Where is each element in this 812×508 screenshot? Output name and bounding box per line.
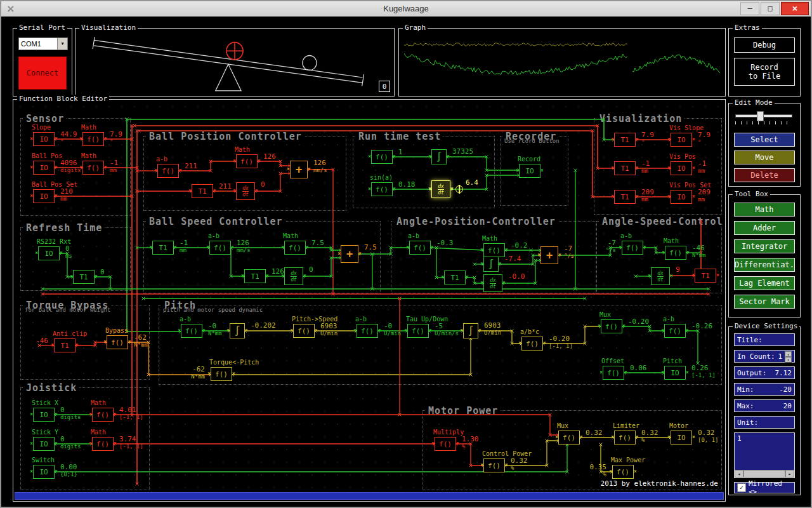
maximize-button[interactable]: □ — [761, 2, 780, 15]
tool-lag-element[interactable]: Lag Element — [734, 276, 795, 290]
editor-scrollbar-horizontal[interactable] — [15, 492, 724, 500]
block-diff[interactable]: dxdt0 — [284, 267, 303, 285]
block-body-t1[interactable]: T1 — [244, 269, 266, 283]
tool-math[interactable]: Math — [734, 203, 795, 217]
unit-field[interactable]: Unit: — [734, 416, 795, 429]
block-body-fn[interactable]: f() — [181, 324, 202, 338]
max-field[interactable]: Max: 20 — [734, 399, 795, 412]
block-body-fn[interactable]: f() — [409, 241, 431, 255]
block-add[interactable]: +-7°/s — [540, 246, 558, 264]
block-body-io[interactable]: IO — [33, 132, 55, 146]
block-integ[interactable]: ∫-0.202 — [230, 323, 245, 338]
block-stick-y[interactable]: IOStick Y0digits — [33, 437, 55, 451]
block-body-io[interactable]: IO — [671, 133, 692, 147]
block-body-io[interactable]: IO — [33, 189, 55, 203]
tool-sector-mark[interactable]: Sector Mark — [734, 295, 795, 309]
block-body-t1[interactable]: T1 — [614, 161, 636, 175]
block-rs232-rxt[interactable]: IORS232 Rxt0ms — [38, 246, 60, 260]
block-t1[interactable]: T1126 — [244, 269, 266, 283]
delete-button[interactable]: Delete — [734, 168, 795, 182]
block-body-diff[interactable]: dxdt — [431, 180, 450, 198]
block-integ[interactable]: ∫-7.4 — [483, 257, 499, 272]
block-body-fn[interactable]: f() — [603, 366, 624, 380]
block-diff[interactable]: dxdt9 — [651, 267, 670, 285]
close-button[interactable]: × — [781, 2, 809, 15]
block-body-fn[interactable]: f() — [558, 431, 580, 444]
block-max-power[interactable]: f()Max Power0.35% — [612, 465, 634, 479]
block-body-t1[interactable]: T1 — [54, 338, 75, 352]
device-list[interactable]: 1 ◂ ▸ — [734, 432, 795, 478]
block-body-fn[interactable]: f() — [92, 437, 114, 451]
block-body-t1[interactable]: T1 — [444, 271, 466, 284]
block-motor[interactable]: IOMotor0.32[0, 1] — [671, 431, 692, 444]
block-math[interactable]: f()Math4.01[-1, 1] — [92, 408, 114, 422]
block-body-fn[interactable]: f() — [92, 408, 114, 422]
block-body-fn[interactable]: f() — [622, 241, 643, 255]
block-bypass[interactable]: f()Bypass-62N*mm — [107, 335, 128, 349]
block-body-fn[interactable]: f() — [483, 243, 505, 257]
block-tau-up-down[interactable]: f()Tau Up/Down-5U/min/s — [407, 324, 429, 338]
record-to-file-button[interactable]: Record to File — [734, 58, 795, 86]
block-a-b[interactable]: f()a-b-0.3 — [409, 241, 431, 255]
block-body-fn[interactable]: f() — [82, 161, 104, 175]
in-count-spinner[interactable]: ▴ ▾ — [785, 351, 792, 361]
block-math[interactable]: f()Math-0.2 — [483, 243, 505, 257]
block-diff[interactable]: dxdt-0.0 — [483, 274, 502, 292]
block-a-b-c[interactable]: f()a/b*c-0.20[-1, 1] — [521, 337, 543, 351]
block-anti-clip[interactable]: T1Anti clip-46 — [54, 338, 75, 352]
block-body-fn[interactable]: f() — [357, 324, 378, 338]
block-body-fn[interactable]: f() — [612, 465, 634, 479]
spinner-down-icon[interactable]: ▾ — [785, 357, 792, 363]
block-math[interactable]: f()Math7.5 — [284, 241, 306, 255]
editor-canvas[interactable]: 2013 by elektronik-hannes.de SensorBall … — [14, 100, 724, 491]
block-math[interactable]: f()Math-46N*mm — [665, 246, 686, 260]
scroll-right-icon[interactable]: ▸ — [785, 470, 794, 478]
block-t1[interactable]: T1-1mm — [614, 161, 636, 175]
block-a-b[interactable]: f()a-b-7°/s — [622, 241, 643, 255]
block-torque-pitch[interactable]: f()Torque<-Pitch-62N*mm — [211, 367, 232, 381]
block-body-io[interactable]: IO — [671, 161, 692, 175]
block-body-io[interactable]: IO — [33, 437, 55, 451]
block-math[interactable]: f()Math-1mm — [82, 161, 104, 175]
block-a-b[interactable]: f()a-b-0N*mm — [181, 324, 202, 338]
scroll-thumb[interactable] — [743, 470, 785, 478]
block-body-fn[interactable]: f() — [521, 337, 543, 351]
block-mux[interactable]: f()Mux-0.20 — [601, 319, 622, 333]
block-body-io[interactable]: IO — [33, 465, 55, 479]
block-diff[interactable]: dxdt6.4 — [431, 180, 450, 198]
block-body-fn[interactable]: f() — [236, 154, 258, 168]
block-body-fn[interactable]: f() — [435, 437, 456, 451]
block-body-integ[interactable]: ∫ — [463, 323, 478, 338]
block-t1[interactable]: T1 — [444, 271, 466, 284]
block-body-io[interactable]: IO — [664, 366, 686, 380]
combo-dropdown-icon[interactable]: ▼ — [57, 38, 67, 50]
in-count-field[interactable]: In Count: 1 ▴ ▾ — [734, 350, 795, 363]
block-mux[interactable]: f()Mux0.32 — [558, 431, 580, 444]
block-body-t1[interactable]: T1 — [614, 190, 636, 204]
block-a-b[interactable]: f()a-b211 — [157, 164, 179, 178]
block-sin-a[interactable]: f()sin(a)0.18 — [371, 182, 393, 196]
slider-thumb[interactable] — [757, 111, 764, 121]
block-body-add[interactable]: + — [540, 246, 558, 264]
block-ball-pos[interactable]: IOBall Pos4096digits — [33, 161, 55, 175]
block-body-io[interactable]: IO — [38, 246, 60, 260]
block-body-fn[interactable]: f() — [209, 241, 231, 255]
block-body-fn[interactable]: f() — [601, 319, 622, 333]
block-body-fn[interactable]: f() — [293, 324, 315, 338]
block-fn[interactable]: f()1 — [371, 150, 393, 164]
block-math[interactable]: f()Math126 — [236, 154, 258, 168]
block-t1[interactable]: T10 — [73, 270, 95, 284]
block-body-fn[interactable]: f() — [82, 132, 104, 146]
mirrored-row[interactable]: ✓ Mirrored <> — [734, 482, 795, 493]
block-a-b[interactable]: f()a-b126mm/s — [209, 241, 231, 255]
block-t1[interactable]: T1209mm — [614, 190, 636, 204]
block-body-diff[interactable]: dxdt — [483, 274, 502, 292]
block-stick-x[interactable]: IOStick X0digits — [33, 408, 55, 422]
tool-integrator[interactable]: Integrator — [734, 239, 795, 253]
block-math[interactable]: f()Math3.74[-1, 1] — [92, 437, 114, 451]
block-t1[interactable]: T1 — [695, 269, 716, 283]
list-item[interactable]: 1 — [735, 433, 794, 444]
tool-differentiat[interactable]: Differentiat. — [734, 258, 795, 272]
block-body-fn[interactable]: f() — [211, 367, 232, 381]
block-add[interactable]: +126mm/s — [290, 161, 308, 178]
